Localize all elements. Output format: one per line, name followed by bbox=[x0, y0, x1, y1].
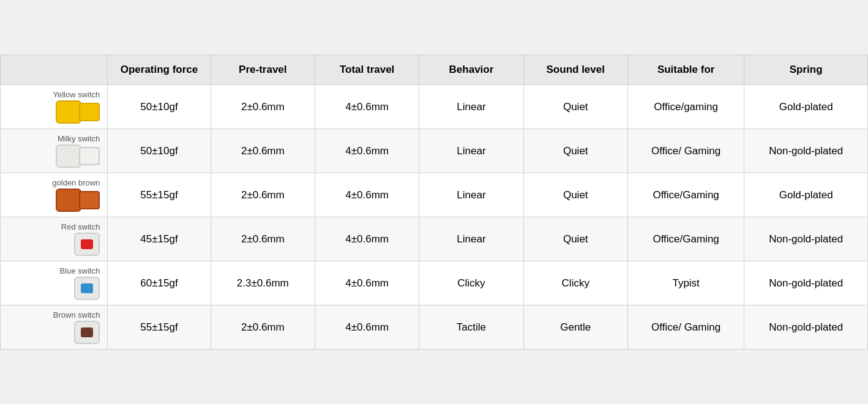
table-row: golden brown 55±15gf 2±0.6mm 4±0.6mm Lin… bbox=[1, 173, 868, 217]
switch-cell: golden brown bbox=[1, 173, 108, 217]
header-switch bbox=[1, 55, 108, 85]
total-travel: 4±0.6mm bbox=[315, 85, 419, 129]
behavior: Linear bbox=[419, 173, 523, 217]
switch-name: Blue switch bbox=[8, 266, 100, 275]
spring-type: Non-gold-plated bbox=[744, 305, 868, 350]
switch-cell: Milky switch bbox=[1, 129, 108, 173]
pre-travel: 2±0.6mm bbox=[211, 129, 315, 173]
sound-level: Quiet bbox=[523, 129, 627, 173]
suitable-for: Office/gaming bbox=[627, 85, 744, 129]
total-travel: 4±0.6mm bbox=[315, 217, 419, 261]
table-row: Milky switch 50±10gf 2±0.6mm 4±0.6mm Lin… bbox=[1, 129, 868, 173]
switch-name: Milky switch bbox=[8, 134, 100, 143]
table-row: Yellow switch 50±10gf 2±0.6mm 4±0.6mm Li… bbox=[1, 85, 868, 129]
pre-travel: 2±0.6mm bbox=[211, 173, 315, 217]
op-force: 45±15gf bbox=[108, 217, 211, 261]
pre-travel: 2±0.6mm bbox=[211, 217, 315, 261]
header-suitable: Suitable for bbox=[627, 55, 744, 85]
suitable-for: Office/ Gaming bbox=[627, 305, 744, 350]
switch-name: Red switch bbox=[8, 222, 100, 231]
header-behavior: Behavior bbox=[419, 55, 523, 85]
total-travel: 4±0.6mm bbox=[315, 261, 419, 305]
op-force: 50±10gf bbox=[108, 85, 211, 129]
suitable-for: Office/Gaming bbox=[627, 217, 744, 261]
switch-cell: Red switch bbox=[1, 217, 108, 261]
header-totaltravel: Total travel bbox=[315, 55, 419, 85]
table-row: Brown switch 55±15gf 2±0.6mm 4±0.6mm Tac… bbox=[1, 305, 868, 350]
switch-cell: Yellow switch bbox=[1, 85, 108, 129]
switch-cell: Blue switch bbox=[1, 261, 108, 305]
switch-comparison-table: Operating force Pre-travel Total travel … bbox=[0, 54, 868, 350]
spring-type: Non-gold-plated bbox=[744, 261, 868, 305]
table-row: Blue switch 60±15gf 2.3±0.6mm 4±0.6mm Cl… bbox=[1, 261, 868, 305]
suitable-for: Office/ Gaming bbox=[627, 129, 744, 173]
table-wrapper: Operating force Pre-travel Total travel … bbox=[0, 54, 868, 350]
total-travel: 4±0.6mm bbox=[315, 129, 419, 173]
op-force: 55±15gf bbox=[108, 305, 211, 350]
header-pretravel: Pre-travel bbox=[211, 55, 315, 85]
op-force: 60±15gf bbox=[108, 261, 211, 305]
sound-level: Quiet bbox=[523, 173, 627, 217]
header-sound: Sound level bbox=[523, 55, 627, 85]
spring-type: Non-gold-plated bbox=[744, 217, 868, 261]
behavior: Linear bbox=[419, 129, 523, 173]
behavior: Linear bbox=[419, 85, 523, 129]
spring-type: Non-gold-plated bbox=[744, 129, 868, 173]
total-travel: 4±0.6mm bbox=[315, 173, 419, 217]
pre-travel: 2±0.6mm bbox=[211, 85, 315, 129]
table-row: Red switch 45±15gf 2±0.6mm 4±0.6mm Linea… bbox=[1, 217, 868, 261]
behavior: Linear bbox=[419, 217, 523, 261]
behavior: Clicky bbox=[419, 261, 523, 305]
switch-cell: Brown switch bbox=[1, 305, 108, 350]
spring-type: Gold-plated bbox=[744, 173, 868, 217]
switch-name: Brown switch bbox=[8, 310, 100, 320]
switch-name: Yellow switch bbox=[8, 90, 100, 99]
spring-type: Gold-plated bbox=[744, 85, 868, 129]
header-opforce: Operating force bbox=[108, 55, 211, 85]
sound-level: Quiet bbox=[523, 217, 627, 261]
sound-level: Quiet bbox=[523, 85, 627, 129]
suitable-for: Typist bbox=[627, 261, 744, 305]
pre-travel: 2±0.6mm bbox=[211, 305, 315, 350]
total-travel: 4±0.6mm bbox=[315, 305, 419, 350]
op-force: 55±15gf bbox=[108, 173, 211, 217]
sound-level: Gentle bbox=[523, 305, 627, 350]
behavior: Tactile bbox=[419, 305, 523, 350]
sound-level: Clicky bbox=[523, 261, 627, 305]
pre-travel: 2.3±0.6mm bbox=[211, 261, 315, 305]
switch-name: golden brown bbox=[8, 178, 100, 187]
header-spring: Spring bbox=[744, 55, 868, 85]
suitable-for: Office/Gaming bbox=[627, 173, 744, 217]
op-force: 50±10gf bbox=[108, 129, 211, 173]
